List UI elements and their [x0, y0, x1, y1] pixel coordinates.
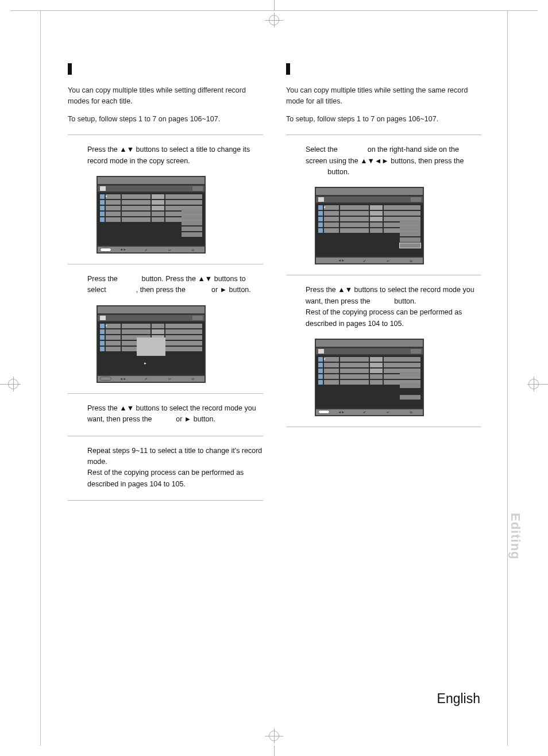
divider: [68, 436, 263, 436]
divider: [286, 275, 481, 275]
divider: [286, 135, 481, 135]
osd-screenshot-r2: ▼ ▼ ▼ ◄►✔↩⊖: [315, 339, 424, 416]
left-step-9: Press the ▲▼ buttons to select a title t…: [68, 144, 263, 167]
text: , then press the: [136, 286, 188, 294]
text: or: [176, 415, 184, 423]
divider: [68, 500, 263, 501]
section-marker-icon: [68, 63, 72, 75]
all-arrows-icon: ▲▼◄►: [360, 157, 389, 165]
guide-line: [507, 10, 508, 746]
section-heading-right: [286, 63, 481, 75]
divider: [68, 393, 263, 394]
section-heading-left: [68, 63, 263, 75]
crop-mark-top: [263, 0, 285, 29]
right-column: You can copy multiple titles while setti…: [286, 63, 481, 510]
left-intro-2: To setup, follow steps 1 to 7 on pages 1…: [68, 114, 263, 125]
text: button. Press the: [141, 275, 198, 283]
osd-screenshot-1: ▼ ▼ ▼ ◄►✔↩⊖: [97, 176, 206, 254]
guide-line: [40, 10, 41, 746]
text: buttons, then press the: [389, 157, 464, 165]
left-step-12: Repeat steps 9~11 to select a title to c…: [68, 446, 263, 490]
side-section-label: Editing: [508, 513, 523, 560]
osd-screenshot-2: ▼ ▼ ► ◄►✔↩⊖: [97, 305, 206, 383]
text: button.: [327, 168, 349, 176]
right-step-9: Select the on the right-hand side on the…: [286, 144, 481, 178]
updown-arrows-icon: ▲▼: [119, 145, 134, 153]
text: or: [211, 286, 220, 294]
section-marker-icon: [286, 63, 290, 75]
divider: [286, 427, 481, 427]
text: Rest of the copying process can be perfo…: [87, 467, 263, 490]
text: Select the: [306, 145, 339, 153]
divider: [68, 264, 263, 264]
updown-arrows-icon: ▲▼: [119, 404, 134, 412]
page-content: You can copy multiple titles while setti…: [68, 63, 484, 510]
text: Press the: [306, 286, 338, 294]
left-step-11: Press the ▲▼ buttons to select the recor…: [68, 403, 263, 425]
divider: [68, 135, 263, 135]
text: Repeat steps 9~11 to select a title to c…: [87, 446, 263, 468]
text: button.: [191, 415, 215, 423]
right-step-10: Press the ▲▼ buttons to select the recor…: [286, 285, 481, 329]
text: Press the: [87, 145, 119, 153]
crop-mark-right: [519, 377, 548, 392]
left-column: You can copy multiple titles while setti…: [68, 63, 263, 510]
page-language: English: [437, 691, 480, 707]
text: button.: [394, 297, 416, 305]
right-arrow-icon: ►: [184, 415, 191, 423]
osd-screenshot-r1: ▼ ▼ ▼ ◄►✔↩⊖: [315, 187, 424, 264]
left-intro-1: You can copy multiple titles while setti…: [68, 85, 263, 107]
right-arrow-icon: ►: [220, 286, 227, 294]
right-intro-1: You can copy multiple titles while setti…: [286, 85, 481, 107]
updown-arrows-icon: ▲▼: [338, 286, 352, 294]
updown-arrows-icon: ▲▼: [198, 275, 212, 283]
text: Rest of the copying process can be perfo…: [306, 307, 481, 329]
text: Press the: [87, 275, 119, 283]
crop-mark-bottom: [263, 727, 285, 756]
text: Press the: [87, 404, 119, 412]
left-step-10: Press the button. Press the ▲▼ buttons t…: [68, 274, 263, 296]
crop-mark-left: [0, 377, 29, 392]
right-intro-2: To setup, follow steps 1 to 7 on pages 1…: [286, 114, 481, 125]
text: button.: [227, 286, 251, 294]
